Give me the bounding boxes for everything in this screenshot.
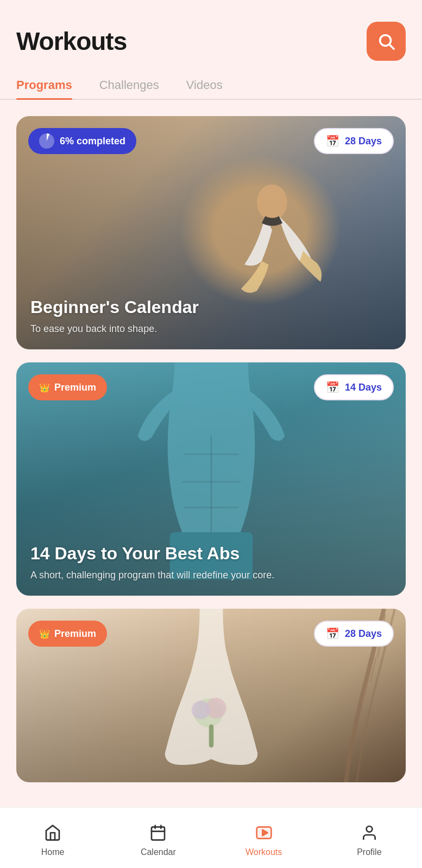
calendar-icon-abs: 📅 xyxy=(326,381,339,394)
tab-bar: Programs Challenges Videos xyxy=(0,72,422,100)
calendar-nav-icon xyxy=(149,824,167,844)
premium-text: Premium xyxy=(54,382,96,393)
program-card-beginners[interactable]: 6% completed 📅 28 Days Beginner's Calend… xyxy=(16,116,406,349)
nav-workouts-label: Workouts xyxy=(245,847,282,857)
calendar-icon-wedding: 📅 xyxy=(326,627,339,640)
svg-rect-16 xyxy=(152,827,165,840)
workouts-nav-icon xyxy=(255,824,273,844)
card-title: Beginner's Calendar xyxy=(30,297,392,317)
crown-icon-wedding: 👑 xyxy=(39,629,50,639)
days-text-abs: 14 Days xyxy=(345,382,382,393)
nav-workouts[interactable]: Workouts xyxy=(211,819,317,857)
bottom-navigation: Home Calendar Workouts xyxy=(0,807,422,868)
card-badges-abs: 👑 Premium 📅 14 Days xyxy=(16,374,406,400)
card-badges-wedding: 👑 Premium 📅 28 Days xyxy=(16,621,406,647)
page-title: Workouts xyxy=(16,27,127,56)
program-card-abs[interactable]: 👑 Premium 📅 14 Days 14 Days to Your Best… xyxy=(16,362,406,596)
program-card-wedding[interactable]: 👑 Premium 📅 28 Days xyxy=(16,609,406,782)
tab-videos[interactable]: Videos xyxy=(186,72,223,99)
premium-badge-wedding: 👑 Premium xyxy=(28,621,107,647)
svg-point-22 xyxy=(367,826,373,832)
card-badges: 6% completed 📅 28 Days xyxy=(16,128,406,154)
card-title-abs: 14 Days to Your Best Abs xyxy=(30,544,392,564)
progress-text: 6% completed xyxy=(60,136,125,147)
card-content-abs: 14 Days to Your Best Abs A short, challe… xyxy=(16,531,406,596)
days-badge: 📅 28 Days xyxy=(314,128,394,154)
premium-text-wedding: Premium xyxy=(54,628,96,640)
nav-calendar[interactable]: Calendar xyxy=(105,819,211,857)
header: Workouts xyxy=(0,0,422,72)
nav-calendar-label: Calendar xyxy=(141,847,176,857)
tab-programs[interactable]: Programs xyxy=(16,72,72,99)
tab-challenges[interactable]: Challenges xyxy=(99,72,159,99)
home-icon xyxy=(44,824,61,844)
programs-list: 6% completed 📅 28 Days Beginner's Calend… xyxy=(0,111,422,793)
nav-home-label: Home xyxy=(41,847,65,857)
profile-nav-icon xyxy=(361,824,378,844)
nav-profile[interactable]: Profile xyxy=(317,819,422,857)
nav-profile-label: Profile xyxy=(357,847,381,857)
premium-badge: 👑 Premium xyxy=(28,374,107,400)
svg-point-2 xyxy=(257,184,287,220)
progress-icon xyxy=(39,133,54,149)
days-text-wedding: 28 Days xyxy=(345,628,382,640)
days-text: 28 Days xyxy=(345,136,382,147)
card-content: Beginner's Calendar To ease you back int… xyxy=(16,284,406,349)
svg-rect-11 xyxy=(209,724,213,748)
nav-home[interactable]: Home xyxy=(0,819,105,857)
days-badge-abs: 📅 14 Days xyxy=(314,374,394,400)
crown-icon: 👑 xyxy=(39,382,50,393)
search-button[interactable] xyxy=(367,22,406,61)
progress-badge: 6% completed xyxy=(28,128,136,154)
svg-point-10 xyxy=(191,701,210,719)
svg-line-1 xyxy=(389,44,394,49)
days-badge-wedding: 📅 28 Days xyxy=(314,621,394,647)
card-subtitle: To ease you back into shape. xyxy=(30,322,392,336)
calendar-icon: 📅 xyxy=(326,135,339,148)
card-subtitle-abs: A short, challenging program that will r… xyxy=(30,568,392,583)
